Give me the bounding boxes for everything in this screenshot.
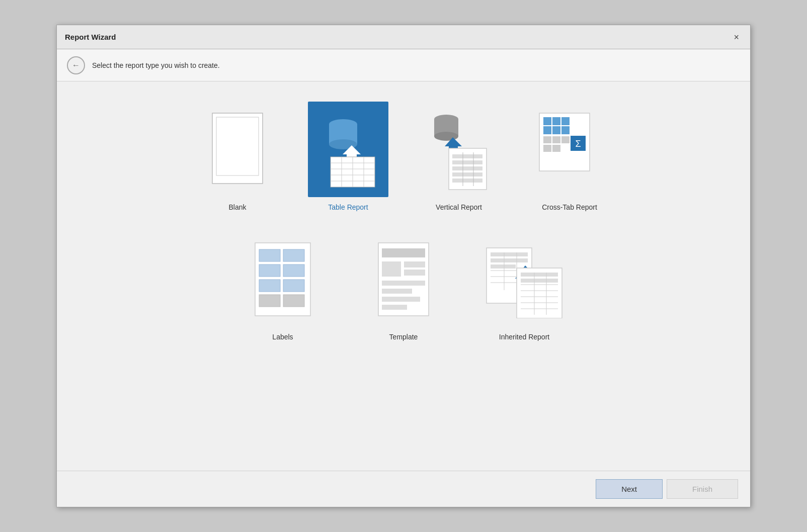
vertical-report-icon — [424, 108, 494, 191]
svg-rect-17 — [364, 157, 374, 162]
svg-rect-45 — [259, 249, 280, 261]
report-wizard-dialog: Report Wizard × ← Select the report type… — [56, 25, 751, 507]
template-label: Template — [389, 333, 418, 341]
svg-rect-34 — [543, 126, 551, 134]
report-type-template[interactable]: Template — [363, 231, 444, 341]
report-type-labels[interactable]: Labels — [243, 231, 323, 341]
svg-rect-54 — [382, 248, 425, 257]
svg-rect-74 — [521, 279, 558, 283]
svg-rect-25 — [452, 166, 482, 170]
svg-rect-1 — [216, 117, 259, 175]
report-type-inherited-report[interactable]: Inherited Report — [484, 231, 564, 341]
svg-rect-49 — [259, 280, 280, 292]
svg-rect-40 — [543, 145, 551, 152]
svg-rect-33 — [561, 117, 570, 125]
svg-rect-52 — [283, 295, 304, 307]
svg-rect-64 — [491, 258, 528, 262]
svg-rect-26 — [452, 172, 482, 176]
svg-rect-50 — [283, 280, 304, 292]
template-icon-box — [363, 231, 444, 327]
blank-label: Blank — [228, 203, 246, 211]
finish-button: Finish — [667, 479, 738, 499]
cross-tab-report-icon-box: Σ — [529, 102, 610, 197]
template-icon — [371, 240, 436, 318]
next-button[interactable]: Next — [596, 479, 663, 499]
svg-rect-47 — [259, 264, 280, 277]
labels-icon — [250, 240, 315, 318]
title-bar: Report Wizard × — [57, 25, 750, 49]
back-icon: ← — [72, 61, 80, 70]
svg-rect-59 — [382, 289, 412, 294]
svg-rect-63 — [491, 252, 528, 256]
svg-rect-15 — [342, 157, 352, 162]
report-type-cross-tab-report[interactable]: Σ Cross-Tab Report — [529, 102, 610, 211]
report-type-blank[interactable]: Blank — [197, 102, 278, 211]
vertical-report-icon-box — [419, 102, 499, 197]
inherited-report-icon-box — [484, 231, 564, 327]
svg-rect-27 — [452, 179, 482, 183]
instruction-text: Select the report type you wish to creat… — [92, 61, 220, 69]
report-type-table-report[interactable]: Table Report — [308, 102, 388, 211]
svg-rect-56 — [404, 261, 425, 268]
header-bar: ← Select the report type you wish to cre… — [57, 49, 750, 81]
svg-rect-41 — [552, 145, 560, 152]
table-report-icon-box — [308, 102, 388, 197]
svg-rect-57 — [404, 270, 425, 276]
footer-bar: Next Finish — [57, 471, 750, 507]
svg-text:Σ: Σ — [575, 139, 581, 149]
svg-rect-14 — [331, 157, 341, 162]
svg-rect-38 — [552, 136, 560, 143]
report-type-vertical-report[interactable]: Vertical Report — [419, 102, 499, 211]
table-report-icon — [315, 109, 381, 190]
svg-rect-51 — [259, 295, 280, 307]
svg-rect-60 — [382, 297, 420, 302]
svg-rect-23 — [452, 154, 482, 158]
content-area: Blank — [57, 81, 750, 471]
blank-icon-box — [197, 102, 278, 197]
svg-rect-36 — [561, 126, 570, 134]
svg-rect-73 — [521, 273, 558, 277]
cross-tab-report-icon: Σ — [534, 108, 605, 191]
svg-rect-32 — [552, 117, 560, 125]
svg-rect-65 — [491, 264, 516, 269]
svg-rect-48 — [283, 264, 304, 277]
back-button[interactable]: ← — [67, 56, 85, 74]
report-grid-row-2: Labels — [87, 231, 720, 341]
svg-rect-55 — [382, 261, 401, 277]
svg-rect-31 — [543, 117, 551, 125]
blank-icon — [207, 111, 268, 189]
table-report-label: Table Report — [328, 203, 368, 211]
inherited-report-label: Inherited Report — [499, 333, 549, 341]
svg-rect-35 — [552, 126, 560, 134]
svg-rect-16 — [353, 157, 363, 162]
inherited-report-icon — [484, 240, 564, 318]
close-button[interactable]: × — [731, 32, 742, 43]
labels-label: Labels — [272, 333, 293, 341]
report-grid-row-1: Blank — [87, 102, 720, 211]
svg-rect-37 — [543, 136, 551, 143]
dialog-title: Report Wizard — [65, 33, 116, 41]
svg-rect-46 — [283, 249, 304, 261]
svg-rect-24 — [452, 160, 482, 164]
svg-rect-58 — [382, 281, 425, 286]
vertical-report-label: Vertical Report — [436, 203, 482, 211]
labels-icon-box — [243, 231, 323, 327]
svg-rect-39 — [561, 136, 570, 143]
cross-tab-report-label: Cross-Tab Report — [542, 203, 597, 211]
svg-rect-61 — [382, 305, 407, 310]
